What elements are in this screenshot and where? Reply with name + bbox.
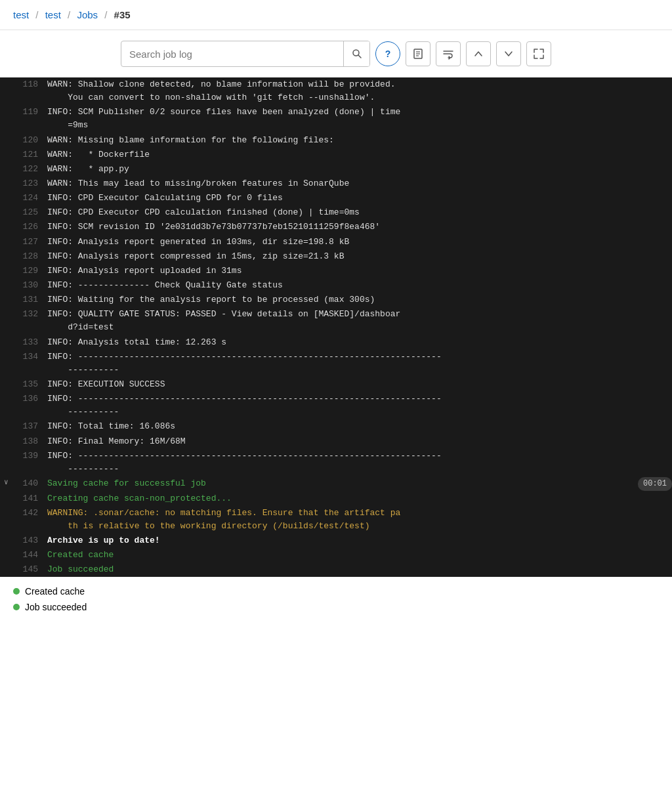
log-line-120: 120WARN: Missing blame information for t… — [0, 133, 672, 148]
line-number-135: 135 — [13, 378, 47, 391]
line-number-125: 125 — [13, 206, 47, 219]
log-line-126: 126INFO: SCM revision ID '2e031dd3b7e73b… — [0, 220, 672, 234]
line-number-139: 139 — [13, 450, 47, 463]
log-line-134: 134INFO: -------------------------------… — [0, 350, 672, 377]
log-line-143: 143Archive is up to date! — [0, 534, 672, 548]
line-number-134: 134 — [13, 350, 47, 364]
line-number-122: 122 — [13, 163, 47, 176]
line-content-118: WARN: Shallow clone detected, no blame i… — [47, 78, 672, 104]
help-button[interactable]: ? — [375, 41, 400, 66]
line-number-120: 120 — [13, 134, 47, 147]
time-badge-140: 00:01 — [638, 477, 672, 491]
line-content-142: WARNING: .sonar/cache: no matching files… — [47, 507, 672, 533]
line-content-127: INFO: Analysis report generated in 103ms… — [47, 236, 672, 249]
scroll-top-button[interactable] — [466, 41, 491, 66]
fullscreen-icon — [533, 48, 545, 60]
line-number-121: 121 — [13, 148, 47, 161]
line-content-145: Job succeeded — [47, 563, 672, 576]
line-number-123: 123 — [13, 177, 47, 190]
log-line-129: 129INFO: Analysis report uploaded in 31m… — [0, 264, 672, 278]
log-line-125: 125INFO: CPD Executor CPD calculation fi… — [0, 205, 672, 220]
line-content-125: INFO: CPD Executor CPD calculation finis… — [47, 206, 672, 219]
log-line-123: 123WARN: This may lead to missing/broken… — [0, 177, 672, 191]
log-line-119: 119INFO: SCM Publisher 0/2 source files … — [0, 105, 672, 133]
line-content-121: WARN: * Dockerfile — [47, 148, 672, 161]
line-number-131: 131 — [13, 293, 47, 306]
wrap-icon — [442, 48, 454, 60]
raw-log-button[interactable] — [406, 41, 430, 66]
line-number-145: 145 — [13, 563, 47, 576]
status-item: Job succeeded — [13, 599, 659, 615]
line-number-137: 137 — [13, 420, 47, 433]
line-number-118: 118 — [13, 78, 47, 91]
line-content-139: INFO: ----------------------------------… — [47, 450, 672, 476]
toolbar: ? — [0, 30, 672, 77]
line-number-128: 128 — [13, 250, 47, 263]
search-wrapper — [121, 41, 370, 67]
breadcrumb-sep2: / — [68, 9, 70, 20]
fullscreen-button[interactable] — [526, 41, 551, 66]
doc-icon — [412, 48, 424, 60]
log-line-130: 130INFO: -------------- Check Quality Ga… — [0, 278, 672, 293]
line-content-128: INFO: Analysis report compressed in 15ms… — [47, 250, 672, 263]
line-content-126: INFO: SCM revision ID '2e031dd3b7e73b077… — [47, 221, 672, 234]
line-number-129: 129 — [13, 264, 47, 278]
scroll-top-icon — [472, 48, 484, 60]
log-line-135: 135INFO: EXECUTION SUCCESS — [0, 377, 672, 392]
line-number-143: 143 — [13, 534, 47, 547]
line-number-136: 136 — [13, 392, 47, 406]
log-line-140: ∨140Saving cache for successful job00:01 — [0, 476, 672, 492]
breadcrumb-jobs[interactable]: Jobs — [77, 9, 98, 20]
collapse-toggle-140[interactable]: ∨ — [0, 477, 13, 488]
line-content-122: WARN: * app.py — [47, 163, 672, 176]
scroll-bottom-button[interactable] — [496, 41, 521, 66]
line-number-142: 142 — [13, 507, 47, 520]
status-dot-success — [13, 588, 20, 595]
line-number-130: 130 — [13, 279, 47, 292]
status-label: Created cache — [25, 586, 85, 597]
log-line-124: 124INFO: CPD Executor Calculating CPD fo… — [0, 191, 672, 205]
line-content-123: WARN: This may lead to missing/broken fe… — [47, 177, 672, 190]
line-content-124: INFO: CPD Executor Calculating CPD for 0… — [47, 192, 672, 205]
line-content-132: INFO: QUALITY GATE STATUS: PASSED - View… — [47, 308, 672, 334]
wrap-button[interactable] — [436, 41, 461, 66]
line-number-127: 127 — [13, 236, 47, 249]
line-content-137: INFO: Total time: 16.086s — [47, 420, 672, 433]
log-line-141: 141Creating cache scan-non_protected... — [0, 492, 672, 506]
search-input[interactable] — [121, 49, 343, 60]
log-line-131: 131INFO: Waiting for the analysis report… — [0, 293, 672, 307]
footer-status: Created cacheJob succeeded — [0, 577, 672, 621]
log-line-127: 127INFO: Analysis report generated in 10… — [0, 235, 672, 249]
line-content-138: INFO: Final Memory: 16M/68M — [47, 435, 672, 448]
breadcrumb-current: #35 — [114, 9, 131, 20]
line-content-120: WARN: Missing blame information for the … — [47, 134, 672, 147]
line-content-135: INFO: EXECUTION SUCCESS — [47, 378, 672, 391]
search-button[interactable] — [343, 41, 369, 67]
log-line-144: 144Created cache — [0, 548, 672, 562]
line-content-119: INFO: SCM Publisher 0/2 source files hav… — [47, 106, 672, 132]
status-item: Created cache — [13, 583, 659, 599]
breadcrumb-sep3: / — [104, 9, 107, 20]
log-area: 118WARN: Shallow clone detected, no blam… — [0, 77, 672, 577]
line-content-144: Created cache — [47, 549, 672, 562]
log-line-121: 121WARN: * Dockerfile — [0, 148, 672, 162]
line-number-126: 126 — [13, 221, 47, 234]
log-line-139: 139INFO: -------------------------------… — [0, 449, 672, 476]
log-line-137: 137INFO: Total time: 16.086s — [0, 419, 672, 434]
line-number-141: 141 — [13, 492, 47, 505]
log-line-122: 122WARN: * app.py — [0, 162, 672, 177]
line-number-132: 132 — [13, 308, 47, 321]
scroll-bottom-icon — [503, 48, 514, 60]
breadcrumb-test2[interactable]: test — [45, 9, 61, 20]
log-line-132: 132INFO: QUALITY GATE STATUS: PASSED - V… — [0, 307, 672, 335]
breadcrumb-test1[interactable]: test — [13, 9, 29, 20]
line-content-141: Creating cache scan-non_protected... — [47, 492, 672, 505]
line-content-134: INFO: ----------------------------------… — [47, 350, 672, 377]
line-number-133: 133 — [13, 336, 47, 349]
line-number-144: 144 — [13, 549, 47, 562]
help-icon: ? — [385, 49, 391, 59]
line-content-131: INFO: Waiting for the analysis report to… — [47, 293, 672, 306]
status-dot-success — [13, 604, 20, 610]
line-number-124: 124 — [13, 192, 47, 205]
line-number-119: 119 — [13, 106, 47, 119]
